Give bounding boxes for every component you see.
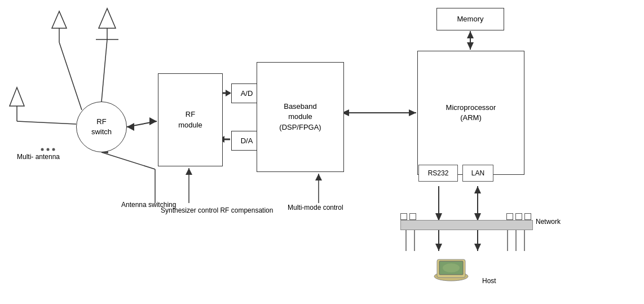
rf-module-box: RFmodule xyxy=(158,73,223,166)
svg-marker-24 xyxy=(467,42,474,50)
bus-stub-2 xyxy=(409,213,416,220)
svg-marker-14 xyxy=(149,117,157,125)
svg-marker-30 xyxy=(186,168,192,175)
svg-line-7 xyxy=(102,39,107,102)
svg-point-10 xyxy=(41,148,44,151)
bus-stub-4 xyxy=(515,213,522,220)
ad-label: A/D xyxy=(241,89,253,98)
diagram: Memory Microprocessor(ARM) RS232 LAN RFm… xyxy=(0,0,644,304)
svg-line-9 xyxy=(17,121,76,124)
svg-marker-0 xyxy=(99,8,116,28)
svg-marker-36 xyxy=(474,186,481,193)
svg-marker-21 xyxy=(409,109,416,116)
multi-antenna-label: Multi- antenna xyxy=(17,152,60,162)
svg-line-8 xyxy=(59,42,82,110)
microprocessor-label: Microprocessor(ARM) xyxy=(446,103,496,123)
svg-marker-17 xyxy=(226,90,231,96)
network-bar xyxy=(400,220,533,230)
lan-box: LAN xyxy=(462,165,493,182)
host-label: Host xyxy=(482,276,496,286)
network-label: Network xyxy=(536,217,561,227)
memory-label: Memory xyxy=(457,14,484,24)
multi-mode-label: Multi-mode control xyxy=(288,203,343,213)
svg-point-12 xyxy=(52,148,55,151)
bus-stub-3 xyxy=(506,213,513,220)
baseband-box: Basebandmodule(DSP/FPGA) xyxy=(257,62,344,172)
bus-stub-1 xyxy=(400,213,407,220)
da-label: D/A xyxy=(241,136,253,145)
svg-marker-3 xyxy=(52,11,67,28)
microprocessor-box: Microprocessor(ARM) xyxy=(417,51,524,175)
svg-marker-5 xyxy=(10,87,24,106)
lan-label: LAN xyxy=(471,169,484,177)
svg-marker-32 xyxy=(315,174,322,180)
svg-point-50 xyxy=(443,263,460,272)
host-svg xyxy=(426,248,477,282)
rf-switch-box: RFswitch xyxy=(76,102,127,152)
host-illustration xyxy=(426,248,477,282)
rf-module-label: RFmodule xyxy=(178,109,202,130)
svg-point-11 xyxy=(47,148,50,151)
svg-line-27 xyxy=(102,152,155,169)
svg-marker-15 xyxy=(127,123,134,131)
bus-stub-5 xyxy=(524,213,531,220)
rf-switch-label: RFswitch xyxy=(91,117,112,137)
rs232-label: RS232 xyxy=(428,169,449,177)
svg-marker-25 xyxy=(467,31,474,38)
memory-box: Memory xyxy=(436,8,504,30)
svg-line-13 xyxy=(127,121,157,127)
synthesizer-label: Synthesizer control RF compensation xyxy=(161,206,273,215)
baseband-label: Basebandmodule(DSP/FPGA) xyxy=(279,102,321,133)
rs232-box: RS232 xyxy=(418,165,458,182)
